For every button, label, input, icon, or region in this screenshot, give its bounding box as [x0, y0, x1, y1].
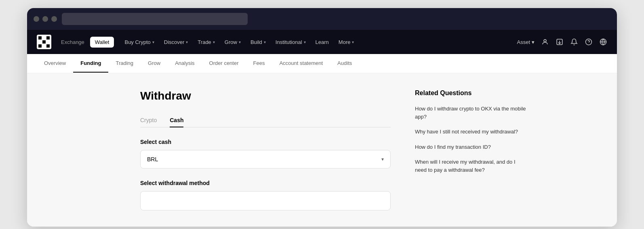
- nav-item-asset[interactable]: Asset ▾: [517, 39, 535, 45]
- logo-dot: [42, 36, 46, 40]
- chevron-down-icon: ▾: [213, 40, 215, 44]
- nav-tab-exchange[interactable]: Exchange: [56, 37, 89, 48]
- logo-dot: [38, 40, 42, 44]
- download-icon[interactable]: [556, 38, 564, 46]
- nav-item-trade[interactable]: Trade ▾: [194, 36, 219, 48]
- chevron-down-icon: ▾: [352, 40, 354, 44]
- svg-point-0: [544, 40, 546, 42]
- logo-dot: [46, 36, 50, 40]
- bell-icon[interactable]: [570, 38, 578, 46]
- chevron-down-icon: ▾: [381, 156, 384, 162]
- subnav-item-overview[interactable]: Overview: [37, 54, 73, 73]
- tab-crypto[interactable]: Crypto: [140, 114, 157, 127]
- logo-dot: [38, 44, 42, 48]
- related-item-0[interactable]: How do I withdraw crypto to OKX via the …: [415, 105, 528, 121]
- nav-tab-wallet[interactable]: Wallet: [90, 37, 114, 48]
- related-questions-list: How do I withdraw crypto to OKX via the …: [415, 105, 528, 174]
- nav-item-discover[interactable]: Discover ▾: [160, 36, 192, 48]
- chevron-down-icon: ▾: [264, 40, 266, 44]
- nav-item-institutional[interactable]: Institutional ▾: [271, 36, 310, 48]
- chevron-down-icon: ▾: [186, 40, 188, 44]
- nav-right: Asset ▾: [517, 38, 607, 46]
- content-left: Withdraw Crypto Cash Select cash BRL ▾ S…: [140, 90, 391, 210]
- content-right: Related Questions How do I withdraw cryp…: [415, 90, 528, 210]
- globe-icon[interactable]: [599, 38, 607, 46]
- withdraw-tabs: Crypto Cash: [140, 114, 391, 127]
- related-item-3[interactable]: When will I receive my withdrawal, and d…: [415, 158, 528, 174]
- related-questions-title: Related Questions: [415, 90, 528, 97]
- nav-item-learn[interactable]: Learn: [311, 36, 333, 48]
- traffic-light-maximize[interactable]: [51, 16, 57, 22]
- traffic-light-close[interactable]: [34, 16, 39, 22]
- tab-cash[interactable]: Cash: [170, 114, 183, 127]
- browser-chrome: [27, 8, 617, 30]
- main-content: Withdraw Crypto Cash Select cash BRL ▾ S…: [27, 73, 617, 227]
- method-label: Select withdrawal method: [140, 180, 391, 186]
- nav-item-build[interactable]: Build ▾: [246, 36, 270, 48]
- help-icon[interactable]: [585, 38, 593, 46]
- chevron-down-icon: ▾: [304, 40, 306, 44]
- logo-dot: [38, 36, 42, 40]
- cash-form: Select cash BRL ▾ Select withdrawal meth…: [140, 139, 391, 210]
- logo-icon: [37, 35, 51, 49]
- browser-window: Exchange Wallet Buy Crypto ▾ Discover ▾ …: [27, 8, 617, 227]
- subnav-item-analysis[interactable]: Analysis: [168, 54, 202, 73]
- logo-dot: [46, 40, 50, 44]
- nav-item-grow[interactable]: Grow ▾: [221, 36, 245, 48]
- cash-label: Select cash: [140, 139, 391, 145]
- traffic-light-minimize[interactable]: [42, 16, 48, 22]
- subnav-item-grow[interactable]: Grow: [141, 54, 168, 73]
- subnav-item-account-statement[interactable]: Account statement: [272, 54, 330, 73]
- subnav-item-funding[interactable]: Funding: [73, 54, 108, 73]
- cash-select[interactable]: BRL ▾: [140, 150, 391, 169]
- nav-bar: Exchange Wallet Buy Crypto ▾ Discover ▾ …: [27, 30, 617, 54]
- nav-item-buy-crypto[interactable]: Buy Crypto ▾: [120, 36, 158, 48]
- subnav-item-trading[interactable]: Trading: [108, 54, 141, 73]
- related-item-2[interactable]: How do I find my transaction ID?: [415, 143, 528, 151]
- method-field[interactable]: [140, 191, 391, 210]
- subnav-item-fees[interactable]: Fees: [246, 54, 272, 73]
- chevron-down-icon: ▾: [152, 40, 154, 44]
- chevron-down-icon: ▾: [532, 39, 535, 45]
- sub-nav: Overview Funding Trading Grow Analysis O…: [27, 54, 617, 73]
- nav-menu: Buy Crypto ▾ Discover ▾ Trade ▾ Grow ▾ B…: [120, 36, 517, 48]
- logo-dot: [42, 40, 46, 44]
- user-icon[interactable]: [541, 38, 549, 46]
- page-title: Withdraw: [140, 90, 391, 102]
- nav-item-more[interactable]: More ▾: [335, 36, 358, 48]
- logo-dot: [42, 44, 46, 48]
- address-bar[interactable]: [62, 13, 248, 25]
- logo[interactable]: [37, 35, 51, 49]
- traffic-lights: [34, 16, 57, 22]
- logo-dot: [46, 44, 50, 48]
- chevron-down-icon: ▾: [239, 40, 241, 44]
- subnav-item-audits[interactable]: Audits: [330, 54, 359, 73]
- subnav-item-order-center[interactable]: Order center: [202, 54, 246, 73]
- nav-tabs: Exchange Wallet: [56, 37, 114, 48]
- related-item-1[interactable]: Why have I still not received my withdra…: [415, 128, 528, 136]
- logo-dots: [38, 36, 50, 48]
- cash-select-value: BRL: [147, 156, 158, 162]
